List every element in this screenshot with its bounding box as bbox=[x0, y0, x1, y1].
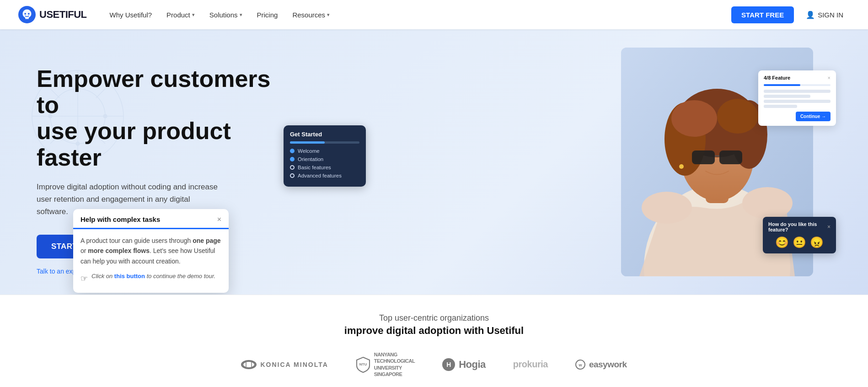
feedback-neutral-emoji[interactable]: 😐 bbox=[793, 236, 806, 249]
tooltip-cta: ☞ Click on this button to continue the d… bbox=[80, 272, 221, 285]
feature-progress-fill bbox=[764, 84, 800, 86]
svg-point-18 bbox=[671, 100, 717, 137]
ntu-text: NANYANGTECHNOLOGICALUNIVERSITYSINGAPORE bbox=[374, 351, 415, 377]
feature-widget-header: 4/8 Feature × bbox=[764, 75, 830, 81]
prokuria-text: prokuria bbox=[513, 359, 548, 370]
tooltip-cta-text: Click on this button to continue the dem… bbox=[91, 272, 215, 281]
nav-pricing[interactable]: Pricing bbox=[251, 7, 284, 22]
checklist-item-advanced: Advanced features bbox=[290, 173, 359, 178]
checklist-item-orientation: Orientation bbox=[290, 156, 359, 162]
checklist-widget: Get Started Welcome Orientation Basic fe… bbox=[284, 125, 366, 187]
checklist-dot-orientation bbox=[290, 157, 295, 161]
social-proof-line2: improve digital adoption with Usetiful bbox=[37, 325, 831, 337]
feedback-widget-header: How do you like this feature? × bbox=[768, 221, 830, 232]
svg-rect-20 bbox=[692, 150, 715, 164]
feedback-emojis: 😊 😐 😠 bbox=[768, 236, 830, 249]
svg-rect-21 bbox=[719, 150, 742, 164]
feedback-title: How do you like this feature? bbox=[768, 221, 827, 232]
tooltip-popup: Help with complex tasks × A product tour… bbox=[73, 209, 229, 293]
hogia-icon: H bbox=[442, 358, 455, 371]
svg-point-26 bbox=[243, 361, 255, 368]
feedback-unhappy-emoji[interactable]: 😠 bbox=[810, 236, 824, 249]
konica-minolta-text: KONICA MINOLTA bbox=[260, 361, 328, 368]
hero-section: Empower customers to use your product fa… bbox=[0, 29, 868, 295]
hero-heading: Empower customers to use your product fa… bbox=[37, 66, 274, 171]
feature-tooltip-widget: 4/8 Feature × Continue → bbox=[758, 70, 836, 126]
logo-prokuria: prokuria bbox=[513, 359, 548, 370]
nav-sign-in-button[interactable]: 👤 SIGN IN bbox=[799, 7, 850, 23]
konica-minolta-icon bbox=[241, 360, 257, 369]
solutions-chevron-icon: ▾ bbox=[240, 12, 242, 18]
nav-why-usetiful[interactable]: Why Usetiful? bbox=[103, 7, 159, 22]
feature-line-3 bbox=[764, 100, 830, 103]
logo-easywork: w easywork bbox=[575, 360, 627, 370]
tooltip-title: Help with complex tasks bbox=[80, 215, 160, 223]
tooltip-this-button-link[interactable]: this button bbox=[114, 273, 145, 280]
nav-start-free-button[interactable]: START FREE bbox=[731, 6, 794, 23]
feature-continue-button[interactable]: Continue → bbox=[796, 112, 830, 121]
checklist-title: Get Started bbox=[290, 131, 359, 138]
tooltip-body-text: A product tour can guide users through o… bbox=[80, 236, 221, 266]
hero-content-right: Get Started Welcome Orientation Basic fe… bbox=[274, 61, 831, 281]
logos-row: KONICA MINOLTA NTU NANYANGTECHNOLOGICALU… bbox=[37, 351, 831, 377]
person-icon: 👤 bbox=[806, 11, 815, 19]
svg-text:NTU: NTU bbox=[359, 362, 367, 366]
svg-point-23 bbox=[679, 164, 684, 169]
feature-line-4 bbox=[764, 105, 797, 108]
feedback-close-icon[interactable]: × bbox=[827, 224, 830, 230]
nav-links: Why Usetiful? Product ▾ Solutions ▾ Pric… bbox=[103, 7, 732, 22]
product-chevron-icon: ▾ bbox=[192, 12, 195, 18]
feedback-widget: How do you like this feature? × 😊 😐 😠 bbox=[763, 217, 836, 253]
social-proof-section: Top user-centric organizations improve d… bbox=[0, 295, 868, 387]
feature-line-2 bbox=[764, 95, 810, 98]
feature-line-1 bbox=[764, 90, 830, 93]
logo-text: USETIFUL bbox=[39, 9, 87, 21]
svg-point-25 bbox=[742, 187, 793, 219]
logo-konica-minolta: KONICA MINOLTA bbox=[241, 360, 328, 369]
svg-point-24 bbox=[642, 192, 692, 224]
logo-hogia: H Hogia bbox=[442, 358, 486, 371]
easywork-icon: w bbox=[575, 360, 585, 370]
feature-widget-close-icon: × bbox=[828, 75, 830, 81]
checklist-progress-bar bbox=[290, 141, 359, 144]
social-proof-line1: Top user-centric organizations bbox=[37, 313, 831, 323]
svg-point-1 bbox=[24, 13, 26, 15]
checklist-progress-fill bbox=[290, 141, 325, 144]
feedback-happy-emoji[interactable]: 😊 bbox=[775, 236, 789, 249]
hogia-text: Hogia bbox=[459, 359, 486, 371]
svg-point-2 bbox=[28, 13, 30, 15]
logo-icon bbox=[18, 6, 36, 23]
nav-product[interactable]: Product ▾ bbox=[160, 7, 201, 22]
svg-text:w: w bbox=[578, 363, 582, 367]
easywork-text: easywork bbox=[589, 360, 627, 370]
svg-point-19 bbox=[717, 99, 758, 134]
feature-progress-bar bbox=[764, 84, 830, 86]
nav-actions: START FREE 👤 SIGN IN bbox=[731, 6, 850, 23]
checklist-dot-advanced bbox=[290, 173, 295, 178]
tooltip-header: Help with complex tasks × bbox=[73, 209, 229, 229]
logo-ntu: NTU NANYANGTECHNOLOGICALUNIVERSITYSINGAP… bbox=[356, 351, 415, 377]
feature-content-lines bbox=[764, 90, 830, 108]
ntu-shield-icon: NTU bbox=[356, 356, 370, 373]
checklist-dot-welcome bbox=[290, 149, 295, 153]
checklist-dot-basic bbox=[290, 165, 295, 170]
logo[interactable]: USETIFUL bbox=[18, 6, 87, 23]
nav-resources[interactable]: Resources ▾ bbox=[286, 7, 336, 22]
navigation: USETIFUL Why Usetiful? Product ▾ Solutio… bbox=[0, 0, 868, 29]
tooltip-close-button[interactable]: × bbox=[217, 216, 221, 223]
tooltip-body: A product tour can guide users through o… bbox=[73, 229, 229, 293]
hand-pointer-icon: ☞ bbox=[80, 272, 88, 285]
nav-solutions[interactable]: Solutions ▾ bbox=[203, 7, 249, 22]
checklist-item-basic: Basic features bbox=[290, 165, 359, 170]
feature-widget-title: 4/8 Feature bbox=[764, 75, 790, 81]
checklist-item-welcome: Welcome bbox=[290, 148, 359, 154]
resources-chevron-icon: ▾ bbox=[327, 12, 330, 18]
